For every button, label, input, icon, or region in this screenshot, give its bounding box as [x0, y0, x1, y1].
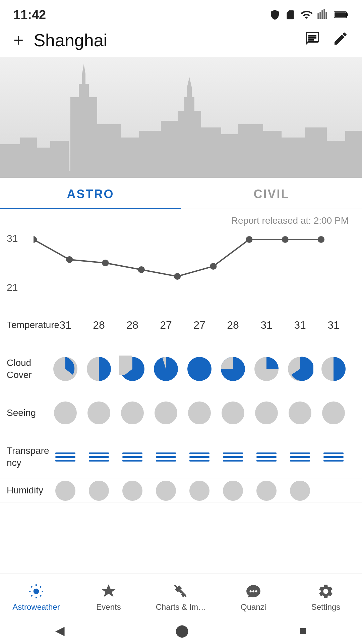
nav-charts[interactable]: Charts & Im…	[145, 583, 217, 612]
nav-events[interactable]: Events	[72, 583, 145, 612]
chat-bubble-icon	[245, 583, 262, 600]
tab-bar: ASTRO CIVIL	[0, 178, 362, 209]
svg-point-32	[138, 266, 144, 273]
svg-rect-10	[82, 74, 85, 87]
seeing-label: Seeing	[0, 404, 49, 422]
add-button[interactable]: +	[13, 30, 23, 50]
cloud-cover-cells	[49, 347, 362, 391]
nav-astroweather[interactable]: Astroweather	[0, 583, 72, 612]
nav-events-label: Events	[96, 602, 121, 612]
sim-icon	[285, 9, 296, 20]
humidity-label: Humidity	[0, 481, 49, 500]
cloud-cover-row: CloudCover	[0, 347, 362, 391]
svg-rect-18	[187, 87, 192, 99]
gear-icon	[317, 583, 334, 600]
recent-button[interactable]: ■	[299, 624, 307, 638]
bottom-navigation: Astroweather Events Charts & Im… Quanzi …	[0, 574, 362, 617]
svg-point-42	[187, 357, 212, 381]
svg-point-48	[250, 590, 252, 592]
seeing-cell-5	[216, 391, 250, 435]
trans-cell-4	[183, 435, 216, 479]
temp-cell-4: 27	[183, 303, 216, 347]
svg-rect-22	[238, 124, 263, 178]
svg-rect-1	[347, 13, 348, 16]
svg-rect-14	[139, 131, 161, 178]
trans-cell-6	[250, 435, 283, 479]
svg-rect-25	[305, 127, 327, 178]
cloud-cell-5	[216, 347, 250, 391]
svg-rect-2	[335, 12, 346, 17]
star-icon	[100, 583, 117, 600]
cloud-cell-3	[149, 347, 183, 391]
cloud-cell-0	[49, 347, 82, 391]
svg-point-30	[66, 256, 73, 263]
trans-cell-8	[317, 435, 350, 479]
humidity-cells	[49, 479, 362, 502]
chart-y-max: 31	[7, 233, 18, 244]
temp-cell-8: 31	[317, 303, 350, 347]
satellite-icon	[173, 583, 189, 600]
cloud-cell-6	[250, 347, 283, 391]
nav-quanzi-label: Quanzi	[241, 602, 266, 612]
svg-point-37	[318, 236, 324, 243]
skyline-image	[0, 57, 362, 178]
status-time: 11:42	[13, 8, 46, 22]
seeing-cell-6	[250, 391, 283, 435]
svg-rect-8	[70, 97, 97, 178]
svg-point-49	[252, 590, 254, 592]
data-table: Temperature 31 28 28 27 27 28 31 31 31 C…	[0, 303, 362, 502]
page-title: Shanghai	[34, 30, 304, 50]
tab-civil[interactable]: CIVIL	[181, 178, 362, 209]
header-actions	[304, 31, 349, 50]
svg-rect-20	[201, 127, 221, 178]
svg-rect-23	[263, 131, 282, 178]
humidity-cell-7	[283, 479, 317, 502]
trans-cell-2	[116, 435, 149, 479]
shield-icon	[269, 9, 280, 20]
trans-cell-1	[82, 435, 116, 479]
svg-point-31	[102, 260, 109, 266]
nav-settings[interactable]: Settings	[290, 583, 362, 612]
seeing-cells	[49, 391, 362, 435]
temp-cell-6: 31	[250, 303, 283, 347]
temperature-chart: 31 21	[0, 229, 362, 303]
svg-point-50	[255, 590, 257, 592]
temp-cell-3: 27	[149, 303, 183, 347]
humidity-cell-0	[49, 479, 82, 502]
wifi-icon	[300, 9, 312, 21]
chat-button[interactable]	[304, 31, 320, 50]
temp-cell-7: 31	[283, 303, 317, 347]
signal-icon	[317, 9, 329, 21]
status-icons	[269, 9, 349, 21]
humidity-cell-2	[116, 479, 149, 502]
humidity-cell-5	[216, 479, 250, 502]
home-button[interactable]: ⬤	[175, 624, 189, 638]
cloud-cell-1	[82, 347, 116, 391]
svg-point-34	[210, 263, 217, 270]
trans-cell-5	[216, 435, 250, 479]
humidity-cell-1	[82, 479, 116, 502]
edit-button[interactable]	[333, 31, 349, 50]
nav-settings-label: Settings	[311, 602, 341, 612]
temperature-cells: 31 28 28 27 27 28 31 31 31	[49, 303, 362, 347]
seeing-cell-4	[183, 391, 216, 435]
seeing-cell-7	[283, 391, 317, 435]
trans-cell-7	[283, 435, 317, 479]
battery-icon	[334, 10, 349, 20]
svg-rect-17	[184, 97, 194, 114]
seeing-cell-3	[149, 391, 183, 435]
temperature-label: Temperature	[0, 316, 49, 334]
back-button[interactable]: ◀	[55, 624, 65, 638]
nav-quanzi[interactable]: Quanzi	[217, 583, 290, 612]
humidity-row: Humidity	[0, 479, 362, 502]
humidity-cell-4	[183, 479, 216, 502]
svg-point-35	[246, 236, 252, 243]
temp-cell-0: 31	[49, 303, 82, 347]
sun-icon	[28, 583, 45, 600]
temp-cell-1: 28	[82, 303, 116, 347]
cloud-cover-label: CloudCover	[0, 354, 49, 385]
humidity-cell-6	[250, 479, 283, 502]
svg-rect-12	[97, 124, 121, 178]
humidity-cell-3	[149, 479, 183, 502]
tab-astro[interactable]: ASTRO	[0, 178, 181, 209]
